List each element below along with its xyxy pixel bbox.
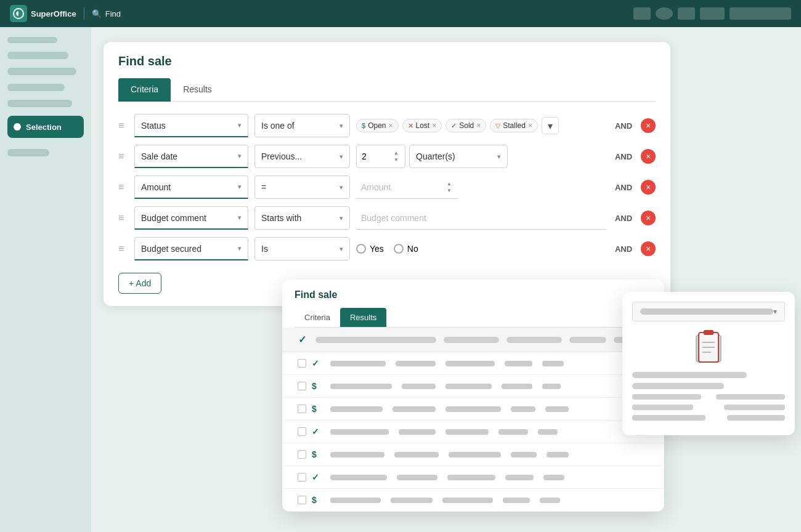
field-select-budget-secured[interactable]: Budget secured ▾ [134,237,248,260]
detail-dropdown[interactable]: ▾ [632,302,785,321]
results-tab-results[interactable]: Results [340,308,386,327]
remove-btn-1[interactable]: × [641,118,656,133]
row-bar-6e [543,475,564,480]
tab-criteria[interactable]: Criteria [118,78,171,102]
operator-select-budget-secured[interactable]: Is ▾ [254,237,350,260]
results-table: ✓ ✓ [282,328,664,512]
detail-row-item-2a [632,405,693,410]
topbar-btn-3[interactable] [678,7,695,20]
check-all-icon: ✓ [298,334,306,345]
search-icon: 🔍 [92,9,102,18]
row-check-2[interactable] [292,382,312,390]
row-bar-1a [330,361,386,366]
checkbox-4[interactable] [298,427,306,436]
row-check-3[interactable] [292,405,312,413]
operator-label-saledate: Previous... [261,151,302,161]
more-tags-btn[interactable]: ▾ [542,117,559,134]
tag-lost-close[interactable]: × [432,121,436,130]
drag-handle-1[interactable]: ≡ [118,120,128,131]
topbar-btn-4[interactable] [700,7,725,20]
results-tab-criteria[interactable]: Criteria [295,308,340,327]
row-bar-1e [542,361,564,366]
tag-sold-close[interactable]: × [476,121,481,130]
checkbox-1[interactable] [298,359,306,368]
field-select-amount[interactable]: Amount ▾ [134,175,248,199]
page-title: Find sale [118,54,656,68]
amount-spinner-up[interactable]: ▲ [445,180,453,187]
sidebar: Selection [0,27,91,532]
drag-handle-4[interactable]: ≡ [118,212,128,224]
row-check-5[interactable] [292,450,312,459]
chevron-icon-11: ▾ [340,245,343,253]
result-row-3: $ [282,398,664,421]
tag-stalled-close[interactable]: × [528,121,532,130]
radio-no[interactable]: No [394,244,418,254]
spinner-up[interactable]: ▲ [392,150,400,156]
add-button[interactable]: + Add [118,273,161,294]
topbar-right [633,7,791,20]
checkbox-2[interactable] [298,382,306,390]
sidebar-item-4 [7,84,65,91]
number-input-saledate[interactable]: 2 ▲ ▼ [356,145,405,168]
sidebar-item-1 [7,37,57,43]
chevron-icon-9: ▾ [340,214,343,222]
radio-yes[interactable]: Yes [356,244,384,254]
field-select-budget-comment[interactable]: Budget comment ▾ [134,206,248,230]
quarter-select[interactable]: Quarter(s) ▾ [409,145,508,168]
amount-spinner-down[interactable]: ▼ [445,187,453,193]
check-all-col[interactable]: ✓ [292,334,312,345]
topbar-find[interactable]: 🔍 Find [92,9,121,18]
row-bar-3a [330,406,383,412]
remove-btn-5[interactable]: × [641,241,656,256]
field-label-budget-comment: Budget comment [141,213,206,223]
operator-select-status[interactable]: Is one of ▾ [254,114,350,137]
stalled-icon: ▽ [495,122,500,130]
sidebar-item-2 [7,52,68,59]
tab-results[interactable]: Results [171,78,224,102]
app-logo[interactable]: SuperOffice [10,5,76,22]
operator-select-amount[interactable]: = ▾ [254,175,350,199]
results-card-title: Find sale [295,289,652,300]
drag-handle-5[interactable]: ≡ [118,243,128,254]
row-check-6[interactable] [292,473,312,482]
field-select-status[interactable]: Status ▾ [134,114,248,137]
checkbox-3[interactable] [298,405,306,413]
field-select-saledate[interactable]: Sale date ▾ [134,145,248,168]
operator-select-saledate[interactable]: Previous... ▾ [254,145,350,168]
row-check-7[interactable] [292,496,312,504]
detail-line-2 [632,383,724,389]
drag-handle-3[interactable]: ≡ [118,182,128,193]
value-area-saledate: 2 ▲ ▼ Quarter(s) ▾ [356,145,606,168]
chevron-icon-8: ▾ [238,214,242,222]
checkbox-6[interactable] [298,473,306,482]
spinner-down[interactable]: ▼ [392,157,400,163]
main-layout: Selection Find sale Criteria Results ≡ S… [0,27,801,532]
checkbox-5[interactable] [298,450,306,459]
sidebar-item-selection[interactable]: Selection [7,116,84,138]
field-label-amount: Amount [141,182,171,192]
row-bar-7d [503,498,530,503]
topbar-btn-1[interactable] [633,7,651,20]
topbar-longbtn[interactable] [730,7,791,20]
sidebar-item-5 [7,100,72,107]
row-bar-4e [538,429,558,435]
budget-comment-input[interactable]: Budget comment [356,206,606,230]
tag-open-close[interactable]: × [388,121,392,130]
remove-btn-2[interactable]: × [641,149,656,164]
drag-handle-2[interactable]: ≡ [118,151,128,162]
tag-sold-label: Sold [459,121,474,130]
row-bar-5a [330,452,384,457]
row-check-1[interactable] [292,359,312,368]
row-bar-1d [505,361,532,366]
operator-select-budget-comment[interactable]: Starts with ▾ [254,206,350,230]
checkbox-7[interactable] [298,496,306,504]
find-label: Find [105,9,121,18]
remove-btn-3[interactable]: × [641,180,656,195]
detail-row-item-2b [724,405,785,410]
amount-input[interactable]: Amount ▲ ▼ [356,175,458,199]
operator-label-amount: = [261,182,266,192]
remove-btn-4[interactable]: × [641,211,656,225]
result-row-1: ✓ [282,352,664,375]
row-check-4[interactable] [292,427,312,436]
topbar-btn-2[interactable] [656,7,673,20]
